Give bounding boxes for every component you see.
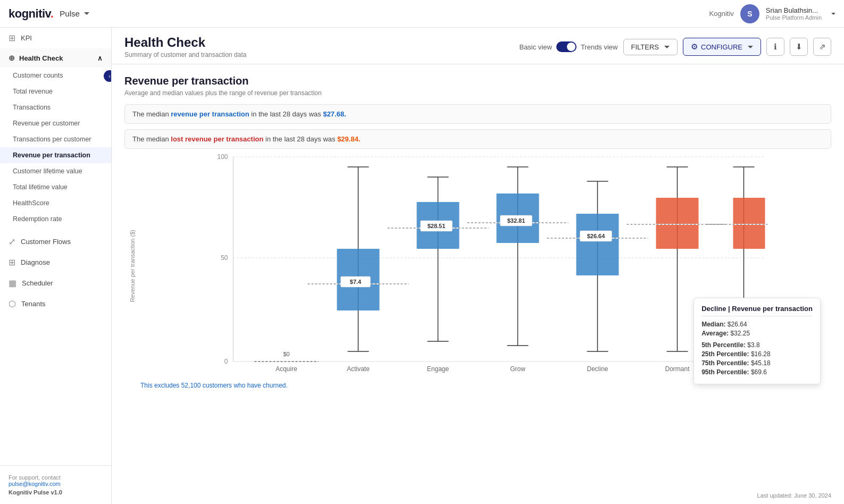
tooltip-p95-label: 95th Percentile: — [701, 368, 749, 376]
sidebar-item-customer-counts[interactable]: Customer counts — [0, 68, 111, 83]
sidebar-item-revenue-per-transaction[interactable]: Revenue per transaction — [0, 147, 111, 163]
page-subtitle: Summary of customer and transaction data — [124, 51, 511, 58]
svg-text:$28.51: $28.51 — [428, 223, 446, 229]
tooltip-average-label: Average: — [701, 330, 729, 337]
tenants-icon: ⬡ — [9, 299, 16, 309]
nav-right: Kognitiv S Srian Bulathsin... Pulse Plat… — [709, 4, 835, 23]
sidebar-collapse-button[interactable]: ‹ — [104, 70, 112, 82]
configure-button[interactable]: ⚙ CONFIGURE — [683, 38, 761, 56]
svg-rect-57 — [733, 198, 765, 249]
sidebar-group-health-check[interactable]: ⊕ Health Check ∧ — [0, 48, 111, 68]
svg-text:50: 50 — [221, 254, 228, 262]
info-button[interactable]: ℹ — [766, 38, 784, 56]
tooltip-median-value: $26.64 — [728, 321, 747, 328]
info1-prefix: The median — [132, 110, 171, 118]
tenant-label: Kognitiv — [709, 10, 734, 18]
logo[interactable]: kognitiv. — [9, 7, 53, 21]
basic-view-label: Basic view — [519, 43, 551, 51]
tooltip-median: Median: $26.64 — [701, 321, 813, 328]
user-role: Pulse Platform Admin — [766, 14, 822, 21]
sidebar-item-tenants[interactable]: ⬡ Tenants — [0, 293, 111, 314]
tooltip-p5-value: $3.8 — [747, 341, 759, 349]
app-name[interactable]: Pulse — [60, 9, 89, 18]
info1-highlight: revenue per transaction — [171, 110, 249, 118]
y-axis-label: Revenue per transaction ($) — [129, 230, 136, 302]
info2-prefix: The median — [132, 135, 171, 143]
sidebar-item-total-lifetime-value[interactable]: Total lifetime value — [0, 179, 111, 195]
main-content: Health Check Summary of customer and tra… — [112, 28, 844, 504]
top-nav: kognitiv. Pulse Kognitiv S Srian Bulaths… — [0, 0, 844, 28]
svg-text:100: 100 — [217, 154, 228, 161]
collapse-icon: ‹ — [108, 73, 111, 79]
page-title-block: Health Check Summary of customer and tra… — [124, 35, 511, 58]
user-info: Srian Bulathsin... Pulse Platform Admin — [766, 6, 822, 21]
tooltip-p75: 75th Percentile: $45.18 — [701, 359, 813, 367]
customer-flows-icon: ⤢ — [9, 237, 15, 247]
customer-flows-label: Customer Flows — [21, 238, 71, 246]
filters-chevron — [664, 46, 670, 48]
user-dropdown-chevron[interactable] — [831, 13, 835, 15]
tooltip-p95-value: $69.6 — [751, 368, 767, 376]
sidebar-nav-items: ⤢ Customer Flows ⊞ Diagnose ▦ Scheduler … — [0, 227, 111, 318]
svg-text:Engage: Engage — [427, 365, 449, 373]
diagnose-label: Diagnose — [21, 258, 50, 266]
share-button[interactable]: ⇗ — [813, 38, 831, 56]
filters-button[interactable]: FILTERS — [623, 39, 678, 55]
tooltip-p95: 95th Percentile: $69.6 — [701, 368, 813, 376]
info2-value: $29.84. — [337, 135, 360, 143]
sidebar-item-scheduler[interactable]: ▦ Scheduler — [0, 273, 111, 293]
svg-text:$0: $0 — [283, 351, 289, 357]
share-icon: ⇗ — [819, 42, 826, 52]
tooltip-p25-label: 25th Percentile: — [701, 350, 749, 358]
user-name: Srian Bulathsin... — [766, 6, 822, 14]
section-subtitle: Average and median values plus the range… — [124, 89, 831, 97]
view-toggle-switch[interactable] — [556, 41, 576, 52]
tooltip-p25-value: $16.28 — [751, 350, 771, 358]
info1-value: $27.68. — [323, 110, 346, 118]
tooltip-percentiles: 5th Percentile: $3.8 25th Percentile: $1… — [701, 341, 813, 376]
sidebar-item-revenue-per-customer[interactable]: Revenue per customer — [0, 115, 111, 131]
health-check-chevron: ∧ — [97, 54, 103, 62]
health-check-label: Health Check — [19, 54, 63, 62]
sidebar-item-diagnose[interactable]: ⊞ Diagnose — [0, 252, 111, 273]
sidebar-item-transactions-per-customer[interactable]: Transactions per customer — [0, 131, 111, 147]
sidebar-item-customer-lifetime-value[interactable]: Customer lifetime value — [0, 163, 111, 179]
download-button[interactable]: ⬇ — [790, 38, 808, 56]
scheduler-icon: ▦ — [9, 278, 16, 288]
diagnose-icon: ⊞ — [9, 257, 15, 267]
sidebar-item-transactions[interactable]: Transactions — [0, 99, 111, 115]
sidebar-item-customer-flows[interactable]: ⤢ Customer Flows — [0, 231, 111, 252]
configure-gear-icon: ⚙ — [691, 42, 698, 52]
content-area: Revenue per transaction Average and medi… — [112, 64, 844, 504]
sidebar-item-redemption-rate[interactable]: Redemption rate — [0, 211, 111, 227]
info-box-1: The median revenue per transaction in th… — [124, 104, 831, 124]
configure-label: CONFIGURE — [701, 43, 742, 51]
sidebar-sub-items: Customer counts Total revenue Transactio… — [0, 68, 111, 227]
svg-text:$26.64: $26.64 — [587, 233, 606, 239]
tooltip-p5: 5th Percentile: $3.8 — [701, 341, 813, 349]
tooltip-p75-value: $45.18 — [751, 359, 771, 367]
svg-rect-41 — [576, 214, 619, 275]
scheduler-label: Scheduler — [22, 279, 53, 287]
tenants-label: Tenants — [21, 300, 46, 308]
tooltip-median-label: Median: — [701, 321, 725, 328]
sidebar-footer: For support, contact pulse@kognitiv.com … — [0, 465, 111, 504]
header-controls: Basic view Trends view FILTERS ⚙ CONFIGU… — [519, 38, 831, 56]
logo-dot: . — [51, 7, 54, 20]
tooltip-p75-label: 75th Percentile: — [701, 359, 749, 367]
support-email-link[interactable]: pulse@kognitiv.com — [9, 481, 61, 487]
sidebar-item-healthscore[interactable]: HealthScore — [0, 195, 111, 211]
layout: ‹ ⊞ KPI ⊕ Health Check ∧ Customer counts… — [0, 28, 844, 504]
sidebar-item-kpi[interactable]: ⊞ KPI — [0, 28, 111, 48]
configure-chevron — [748, 46, 753, 48]
app-dropdown-chevron — [84, 12, 89, 15]
sidebar-item-total-revenue[interactable]: Total revenue — [0, 83, 111, 99]
info2-highlight: lost revenue per transaction — [171, 135, 263, 143]
svg-text:$7.4: $7.4 — [350, 279, 362, 285]
tooltip-p5-label: 5th Percentile: — [701, 341, 746, 349]
svg-text:Acquire: Acquire — [275, 365, 297, 373]
chart-tooltip: Decline | Revenue per transaction Median… — [693, 298, 821, 384]
avatar: S — [740, 4, 759, 23]
svg-text:Activate: Activate — [347, 365, 370, 373]
filters-label: FILTERS — [631, 43, 659, 51]
